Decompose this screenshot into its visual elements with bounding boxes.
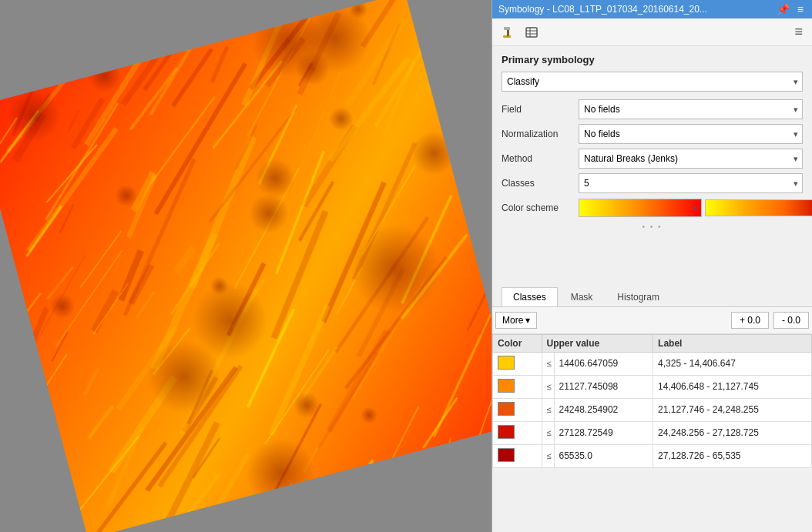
classes-select-container: 234 5 678910 bbox=[579, 173, 803, 193]
method-select-wrapper[interactable]: Natural Breaks (Jenks) Equal Interval Qu… bbox=[579, 149, 803, 169]
classify-select-wrapper[interactable]: Classify Unique Values Graduated Single … bbox=[502, 72, 803, 92]
color-swatch-3[interactable] bbox=[498, 425, 515, 439]
svg-rect-2 bbox=[504, 27, 510, 30]
field-label: Field bbox=[502, 104, 579, 115]
label-cell-3[interactable]: 24,248.256 - 27,128.725 bbox=[653, 421, 812, 444]
svg-rect-0 bbox=[503, 35, 511, 38]
remove-value-button[interactable]: - 0.0 bbox=[773, 312, 809, 329]
method-row: Method Natural Breaks (Jenks) Equal Inte… bbox=[502, 149, 803, 169]
upper-value-cell-0[interactable]: 14406.647059 bbox=[554, 352, 653, 375]
classes-label: Classes bbox=[502, 178, 579, 189]
tab-histogram[interactable]: Histogram bbox=[606, 287, 671, 306]
label-cell-1[interactable]: 14,406.648 - 21,127.745 bbox=[653, 375, 812, 398]
panel-title: Symbology - LC08_L1TP_017034_20160614_20… bbox=[498, 4, 707, 15]
content-area: Primary symbology Classify Unique Values… bbox=[492, 46, 812, 287]
color-scheme-field: Yellow to Red bbox=[579, 198, 812, 218]
col-header-color: Color bbox=[493, 334, 542, 352]
upper-value-cell-1[interactable]: 21127.745098 bbox=[554, 375, 653, 398]
table-button[interactable] bbox=[522, 24, 542, 41]
normalization-select-container: No fields bbox=[579, 124, 803, 144]
classify-select[interactable]: Classify Unique Values Graduated Single … bbox=[502, 72, 803, 92]
operator-cell-0: ≤ bbox=[542, 352, 554, 375]
upper-value-cell-4[interactable]: 65535.0 bbox=[554, 444, 653, 467]
symbology-panel: Symbology - LC08_L1TP_017034_20160614_20… bbox=[492, 0, 812, 532]
normalization-select-wrapper[interactable]: No fields bbox=[579, 124, 803, 144]
field-select[interactable]: No fields bbox=[579, 99, 803, 119]
color-cell-3[interactable] bbox=[493, 421, 542, 444]
map-panel bbox=[0, 0, 492, 532]
upper-value-cell-3[interactable]: 27128.72549 bbox=[554, 421, 653, 444]
divider-dots: • • • bbox=[502, 223, 803, 231]
toolbar: ≡ bbox=[492, 18, 812, 46]
field-select-container: No fields bbox=[579, 99, 803, 119]
classes-select[interactable]: 234 5 678910 bbox=[579, 173, 803, 193]
paint-brush-button[interactable] bbox=[498, 24, 518, 41]
color-swatch-1[interactable] bbox=[498, 379, 515, 393]
tabs-row: Classes Mask Histogram bbox=[492, 287, 812, 307]
col-header-upper-value: Upper value bbox=[542, 334, 653, 352]
panel-menu-button[interactable]: ≡ bbox=[791, 22, 806, 42]
method-select-container: Natural Breaks (Jenks) Equal Interval Qu… bbox=[579, 149, 803, 169]
method-label: Method bbox=[502, 153, 579, 164]
normalization-row: Normalization No fields bbox=[502, 124, 803, 144]
color-scheme-row: Color scheme Yellow to Red bbox=[502, 198, 803, 218]
menu-button[interactable]: ≡ bbox=[795, 4, 806, 15]
label-cell-0[interactable]: 4,325 - 14,406.647 bbox=[653, 352, 812, 375]
classes-row: Classes 234 5 678910 bbox=[502, 173, 803, 193]
map-canvas bbox=[0, 0, 492, 532]
classes-table: Color Upper value Label ≤ 14406.647059 4… bbox=[492, 334, 812, 468]
tab-classes[interactable]: Classes bbox=[502, 287, 558, 306]
primary-symbology-title: Primary symbology bbox=[502, 54, 803, 65]
color-swatch-4[interactable] bbox=[498, 448, 515, 462]
normalization-label: Normalization bbox=[502, 129, 579, 139]
title-bar: Symbology - LC08_L1TP_017034_20160614_20… bbox=[492, 0, 812, 18]
more-label: More bbox=[502, 315, 523, 326]
normalization-select[interactable]: No fields bbox=[579, 124, 803, 144]
operator-cell-3: ≤ bbox=[542, 421, 554, 444]
upper-value-cell-2[interactable]: 24248.254902 bbox=[554, 398, 653, 421]
tab-content-classes: More ▾ + 0.0 - 0.0 Color Upper value Lab… bbox=[492, 307, 812, 533]
more-button[interactable]: More ▾ bbox=[495, 312, 537, 329]
table-row: ≤ 21127.745098 14,406.648 - 21,127.745 bbox=[493, 375, 812, 398]
table-row: ≤ 27128.72549 24,248.256 - 27,128.725 bbox=[493, 421, 812, 444]
table-row: ≤ 65535.0 27,128.726 - 65,535 bbox=[493, 444, 812, 467]
field-select-wrapper[interactable]: No fields bbox=[579, 99, 803, 119]
svg-rect-3 bbox=[526, 28, 537, 37]
label-cell-4[interactable]: 27,128.726 - 65,535 bbox=[653, 444, 812, 467]
tab-mask[interactable]: Mask bbox=[559, 287, 605, 306]
method-select[interactable]: Natural Breaks (Jenks) Equal Interval Qu… bbox=[579, 149, 803, 169]
add-value-button[interactable]: + 0.0 bbox=[731, 312, 769, 329]
table-toolbar: More ▾ + 0.0 - 0.0 bbox=[492, 307, 812, 334]
color-scheme-select[interactable]: Yellow to Red bbox=[579, 199, 702, 217]
operator-cell-2: ≤ bbox=[542, 398, 554, 421]
operator-cell-1: ≤ bbox=[542, 375, 554, 398]
more-dropdown-icon: ▾ bbox=[525, 315, 530, 326]
color-scheme-label: Color scheme bbox=[502, 202, 579, 213]
color-swatch-2[interactable] bbox=[498, 402, 515, 416]
title-bar-controls: 📌 ≡ bbox=[774, 4, 806, 15]
table-row: ≤ 14406.647059 4,325 - 14,406.647 bbox=[493, 352, 812, 375]
toolbar-left bbox=[498, 24, 542, 41]
field-row: Field No fields bbox=[502, 99, 803, 119]
color-cell-4[interactable] bbox=[493, 444, 542, 467]
pin-button[interactable]: 📌 bbox=[774, 4, 792, 15]
col-header-label: Label bbox=[653, 334, 812, 352]
classes-select-wrapper[interactable]: 234 5 678910 bbox=[579, 173, 803, 193]
color-cell-2[interactable] bbox=[493, 398, 542, 421]
color-cell-1[interactable] bbox=[493, 375, 542, 398]
table-row: ≤ 24248.254902 21,127.746 - 24,248.255 bbox=[493, 398, 812, 421]
color-cell-0[interactable] bbox=[493, 352, 542, 375]
color-scheme-dropdown[interactable]: Yellow to Red bbox=[579, 199, 702, 217]
color-swatch-0[interactable] bbox=[498, 356, 515, 370]
table-container: Color Upper value Label ≤ 14406.647059 4… bbox=[492, 334, 812, 533]
label-cell-2[interactable]: 21,127.746 - 24,248.255 bbox=[653, 398, 812, 421]
operator-cell-4: ≤ bbox=[542, 444, 554, 467]
